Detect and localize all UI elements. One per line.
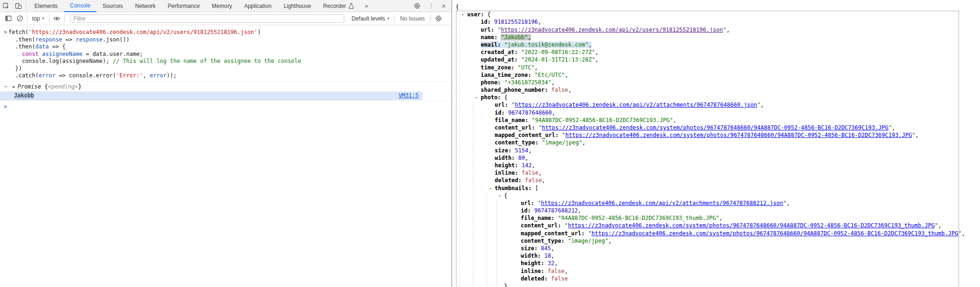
tab-console[interactable]: Console <box>64 0 96 12</box>
command-line: console.log(assigneeName); // This will … <box>8 58 451 65</box>
divider <box>64 15 65 22</box>
divider <box>49 15 49 22</box>
command-line: .then(data => { <box>8 43 451 51</box>
tab-recorder[interactable]: Recorder <box>317 0 360 12</box>
json-link[interactable]: https://z3nadvocate406.zendesk.com/api/v… <box>515 102 757 108</box>
json-row: width: 80, <box>452 154 980 162</box>
json-row: id: 9181255218196, <box>452 18 980 26</box>
json-row: deleted: false, <box>452 177 980 184</box>
json-row: email: "jakub.tosik@zendesk.com", <box>452 41 980 48</box>
json-row: height: 32, <box>452 260 980 267</box>
command-line: fetch('https://z3nadvocate406.zendesk.co… <box>8 29 451 36</box>
json-row: inline: false, <box>452 169 980 177</box>
json-row: content_type: "image/jpeg", <box>452 139 980 146</box>
json-link[interactable]: https://z3nadvocate406.zendesk.com/syste… <box>542 124 888 131</box>
brace: } <box>78 83 82 90</box>
log-levels-label: Default levels <box>352 15 385 22</box>
return-value-icon: ◂· <box>4 83 9 90</box>
json-viewer-page: {-user: {id: 9181255218196,url: "https:/… <box>452 0 980 287</box>
tab-lighthouse[interactable]: Lighthouse <box>278 0 317 12</box>
json-tree: {-user: {id: 9181255218196,url: "https:/… <box>452 0 980 287</box>
json-row: id: 9674787648660, <box>452 109 980 116</box>
tab-performance[interactable]: Performance <box>162 0 206 12</box>
collapse-toggle[interactable]: - <box>498 192 501 199</box>
pending-label: <pending> <box>48 83 78 90</box>
console-prompt-chevron: > <box>4 103 7 110</box>
brace: { <box>41 83 48 90</box>
more-tabs-icon[interactable]: » <box>365 2 368 9</box>
command-line: const assigneeName = data.user.name; <box>8 51 451 58</box>
json-row: deleted: false <box>452 275 980 282</box>
console-settings-gear-icon[interactable] <box>433 13 444 24</box>
console-toolbar: top ▾ Default levels ▾ No Issues <box>0 12 451 25</box>
json-row: mapped_content_url: "https://z3nadvocate… <box>452 230 980 237</box>
collapse-toggle[interactable]: - <box>475 94 478 101</box>
flask-experiment-icon <box>348 3 354 9</box>
json-row: updated_at: "2024-01-31T21:13:28Z", <box>452 56 980 63</box>
json-row: content_type: "image/jpeg", <box>452 237 980 245</box>
json-row: url: "https://z3nadvocate406.zendesk.com… <box>452 199 980 207</box>
context-selector-label: top <box>32 15 40 22</box>
console-messages: > fetch('https://z3nadvocate406.zendesk.… <box>0 25 451 287</box>
app: ElementsConsoleSourcesNetworkPerformance… <box>0 0 980 287</box>
console-result-row: ◂· ▶ Promise {<pending>} <box>0 82 451 91</box>
json-link[interactable]: https://z3nadvocate406.zendesk.com/api/v… <box>501 27 723 33</box>
inspect-element-icon[interactable] <box>0 0 12 12</box>
json-link[interactable]: https://z3nadvocate406.zendesk.com/syste… <box>565 132 912 138</box>
device-toolbar-icon[interactable] <box>12 0 24 12</box>
json-row: -thumbnails: [ <box>452 184 980 192</box>
json-link[interactable]: https://z3nadvocate406.zendesk.com/syste… <box>568 222 934 229</box>
settings-gear-icon[interactable] <box>414 2 421 9</box>
command-code[interactable]: fetch('https://z3nadvocate406.zendesk.co… <box>8 29 451 80</box>
expand-triangle-icon[interactable]: ▶ <box>13 83 15 90</box>
json-row: size: 845, <box>452 245 980 252</box>
console-command: > fetch('https://z3nadvocate406.zendesk.… <box>0 25 451 82</box>
live-expression-eye-icon[interactable] <box>51 13 62 24</box>
json-row: -{ <box>452 192 980 199</box>
divider <box>27 15 27 22</box>
chevron-down-icon: ▾ <box>388 16 389 20</box>
tab-network[interactable]: Network <box>129 0 162 12</box>
context-selector[interactable]: top ▾ <box>29 15 47 22</box>
clear-console-icon[interactable] <box>14 13 25 24</box>
tab-elements[interactable]: Elements <box>28 0 64 12</box>
json-row: url: "https://z3nadvocate406.zendesk.com… <box>452 101 980 109</box>
issues-counter[interactable]: No Issues <box>396 15 429 22</box>
command-line: .catch(error => console.error('Error:', … <box>8 72 451 80</box>
console-filter-input[interactable] <box>70 14 344 23</box>
devtools-tab-strip: ElementsConsoleSourcesNetworkPerformance… <box>28 0 360 12</box>
json-row: shared_phone_number: false, <box>452 86 980 94</box>
devtools-panel: ElementsConsoleSourcesNetworkPerformance… <box>0 0 452 287</box>
json-row: phone: "+34618725034", <box>452 79 980 86</box>
json-row: content_url: "https://z3nadvocate406.zen… <box>452 222 980 229</box>
log-levels-dropdown[interactable]: Default levels ▾ <box>349 15 392 22</box>
json-row: time_zone: "UTC", <box>452 64 980 71</box>
tabbar-right-icons: ⋮ × <box>406 2 451 9</box>
json-link[interactable]: https://z3nadvocate406.zendesk.com/syste… <box>592 230 958 237</box>
json-row: file_name: "94A887DC-0952-4856-BC16-D2DC… <box>452 116 980 124</box>
tab-application[interactable]: Application <box>238 0 278 12</box>
promise-label: Promise <box>18 83 41 90</box>
close-devtools-icon[interactable]: × <box>442 2 446 9</box>
json-row: width: 18, <box>452 252 980 260</box>
command-line: }) <box>8 65 451 73</box>
console-log-row[interactable]: Jakobb VM31:5 <box>0 91 422 100</box>
devtools-tabbar: ElementsConsoleSourcesNetworkPerformance… <box>0 0 451 12</box>
json-row: height: 142, <box>452 162 980 169</box>
collapse-toggle[interactable]: - <box>461 11 464 18</box>
more-options-kebab-icon[interactable]: ⋮ <box>428 2 434 9</box>
console-prompt-row[interactable]: > <box>0 100 451 110</box>
log-source-link[interactable]: VM31:5 <box>399 92 419 99</box>
collapse-toggle[interactable]: - <box>489 184 492 192</box>
json-row: name: "Jakobb", <box>452 34 980 41</box>
json-row: id: 9674787688212, <box>452 207 980 214</box>
tab-sources[interactable]: Sources <box>96 0 129 12</box>
json-row: -photo: { <box>452 94 980 101</box>
tab-memory[interactable]: Memory <box>206 0 238 12</box>
console-sidebar-toggle-icon[interactable] <box>3 13 14 24</box>
json-row: file_name: "94A887DC-0952-4856-BC16-D2DC… <box>452 214 980 222</box>
divider <box>394 15 395 22</box>
json-row: { <box>452 3 980 11</box>
command-prompt-chevron: > <box>0 29 8 80</box>
json-link[interactable]: https://z3nadvocate406.zendesk.com/api/v… <box>541 200 783 206</box>
